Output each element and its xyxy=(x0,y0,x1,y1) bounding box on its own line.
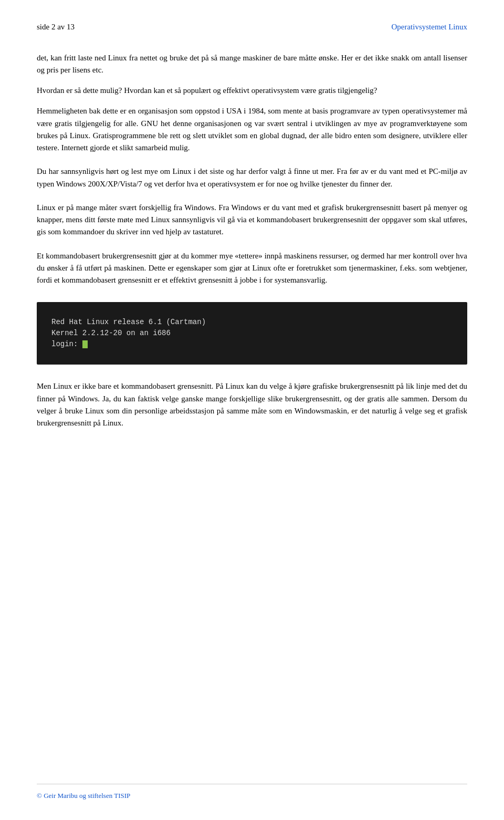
paragraph-7: Men Linux er ikke bare et kommandobasert… xyxy=(37,380,467,429)
paragraph-1: det, kan fritt laste ned Linux fra nette… xyxy=(37,52,467,77)
terminal-line-2: Kernel 2.2.12-20 on an i686 xyxy=(51,328,453,339)
page-number: side 2 av 13 xyxy=(37,21,75,33)
paragraph-2: Hvordan er så dette mulig? Hvordan kan e… xyxy=(37,85,467,97)
paragraph-6: Et kommandobasert brukergrensesnitt gjør… xyxy=(37,250,467,287)
page-header: side 2 av 13 Operativsystemet Linux xyxy=(37,21,467,33)
paragraph-4: Du har sannsynligvis hørt og lest mye om… xyxy=(37,165,467,190)
paragraph-3: Hemmeligheten bak dette er en organisasj… xyxy=(37,105,467,154)
terminal-cursor xyxy=(82,340,88,348)
terminal-line-1: Red Hat Linux release 6.1 (Cartman) xyxy=(51,317,453,328)
terminal-screenshot: Red Hat Linux release 6.1 (Cartman) Kern… xyxy=(37,302,467,365)
copyright-text: © Geir Maribu og stiftelsen TISIP xyxy=(37,792,130,800)
page-footer: © Geir Maribu og stiftelsen TISIP xyxy=(37,784,467,802)
terminal-line-3: login: xyxy=(51,339,453,350)
page: side 2 av 13 Operativsystemet Linux det,… xyxy=(0,0,504,820)
paragraph-5: Linux er på mange måter svært forskjelli… xyxy=(37,202,467,238)
page-title: Operativsystemet Linux xyxy=(391,21,467,33)
